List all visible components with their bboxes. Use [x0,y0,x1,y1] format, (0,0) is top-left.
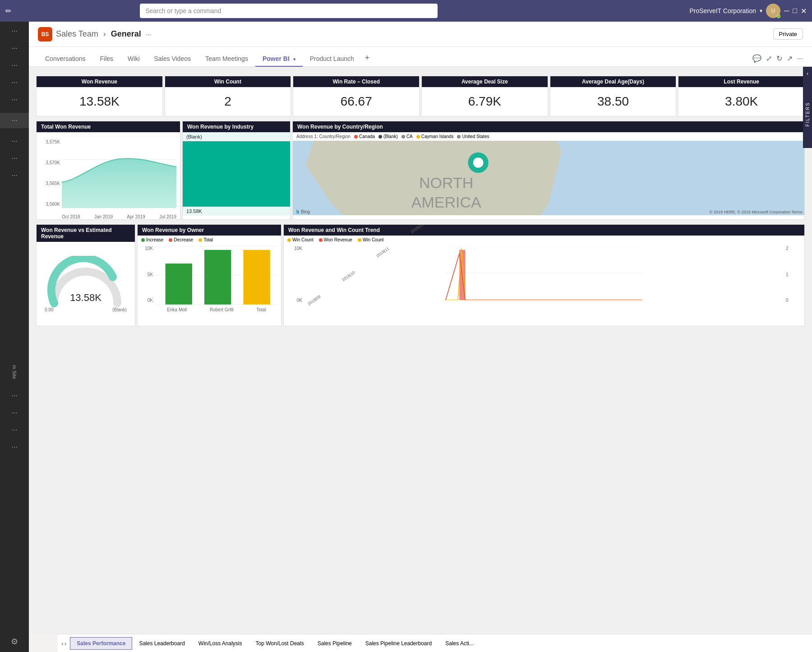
kpi-avg-deal-age-header: Average Deal Age(Days) [550,76,676,87]
kpi-won-revenue-header: Won Revenue [37,76,162,87]
trend-y-right-2: 0 [786,298,789,303]
bottom-tab-bar: ‹ › Sales Performance Sales Leaderboard … [58,634,812,652]
search-bar[interactable]: Search or type a command [140,4,438,18]
trend-legend: Win Count Won Revenue Win Count [284,236,804,244]
kpi-lost-revenue: Lost Revenue 3.80K [678,76,805,116]
private-button[interactable]: Private [773,28,803,40]
svg-text:NORTH: NORTH [419,174,473,191]
sidebar-dots-11[interactable]: ··· [11,409,17,417]
user-avatar[interactable]: U [766,4,780,18]
channel-title: Sales Team › General ··· [56,29,151,39]
sidebar-dots-12[interactable]: ··· [11,426,17,434]
kpi-won-revenue: Won Revenue 13.58K [36,76,163,116]
bottom-tab-pipeline-leaderboard[interactable]: Sales Pipeline Leaderboard [359,637,438,650]
x-label-3: Jul 2019 [159,214,176,219]
edit-icon[interactable]: ✏ [5,7,11,15]
top-bar-right: ProServeIT Corporation ▾ U ─ □ ✕ [689,4,807,18]
won-by-industry-panel: Won Revenue by Industry (Blank) 13.58K [182,121,291,220]
total-won-revenue-title: Total Won Revenue [37,121,180,132]
sidebar-dots-4[interactable]: ··· [11,79,17,87]
sidebar-dots-5[interactable]: ··· [11,96,17,104]
svg-rect-13 [204,250,231,305]
bottom-tab-sales-leaderboard[interactable]: Sales Leaderboard [132,637,191,650]
tab-wiki[interactable]: Wiki [120,51,147,67]
sidebar-dots-1[interactable]: ··· [11,27,17,35]
trend-y-left-0: 10K [294,246,302,251]
kpi-won-revenue-value: 13.58K [37,87,162,116]
tab-product-launch[interactable]: Product Launch [303,51,361,67]
filters-panel[interactable]: FILTERS [803,80,812,148]
channel-header: BS Sales Team › General ··· Private [29,22,812,47]
sidebar-dots-2[interactable]: ··· [11,44,17,52]
legend-label-address: Address 1: Country/Region [296,134,351,139]
kpi-avg-deal-age-value: 38.50 [550,87,676,116]
sidebar-dots-3[interactable]: ··· [11,61,17,69]
svg-text:AMERICA: AMERICA [411,194,481,211]
svg-point-8 [473,157,484,168]
tab-files[interactable]: Files [93,51,121,67]
bottom-tab-sales-performance[interactable]: Sales Performance [70,637,132,650]
close-icon[interactable]: ✕ [801,7,807,15]
team-icon: BS [38,27,52,42]
minimize-icon[interactable]: ─ [784,7,789,15]
map-legend: Address 1: Country/Region Canada (Blank)… [293,132,804,141]
tab-more-icon[interactable]: ··· [797,55,803,63]
top-bar: ✏ Search or type a command ProServeIT Co… [0,0,812,22]
total-won-revenue-body: 3,575K 3,570K 3,565K 3,560K [37,132,180,219]
map-svg: NORTH AMERICA [293,141,804,215]
tab-prev-button[interactable]: ‹ [61,640,64,647]
legend-canada: Canada [354,134,375,139]
sidebar-active-item[interactable]: ··· [0,113,29,128]
trend-y-right-0: 2 [786,246,789,251]
waterfall-svg [156,246,277,305]
sidebar-dots-9[interactable]: ··· [11,171,17,180]
bing-icon: b [296,209,299,214]
sidebar-dots-13[interactable]: ··· [11,443,17,451]
trend-body: 10K 0K 2 1 0 [284,244,804,316]
team-site-label[interactable]: m Site [12,365,17,379]
filters-collapse-button[interactable]: ‹ [803,67,812,80]
waterfall-legend: Increase Decrease Total [138,236,281,244]
legend-total: Total [198,237,213,242]
x-label-2: Apr 2019 [127,214,145,219]
org-chevron: ▾ [760,8,762,14]
tab-team-meetings[interactable]: Team Meetings [198,51,255,67]
legend-won-revenue: Won Revenue [319,237,352,242]
content-area: BS Sales Team › General ··· Private Conv… [29,22,812,652]
y-axis-label-2: 3,565K [46,181,60,186]
refresh-icon[interactable]: ↻ [776,54,782,63]
kpi-win-rate-header: Win Rate – Closed [293,76,419,87]
total-won-revenue-panel: Total Won Revenue 3,575K 3,570K 3,565K 3… [36,121,180,220]
channel-name: General [111,29,141,38]
bottom-tab-sales-acti[interactable]: Sales Acti... [438,637,480,650]
tab-sales-videos[interactable]: Sales Videos [147,51,198,67]
svg-rect-12 [166,264,192,305]
sidebar-dots-8[interactable]: ··· [11,154,17,162]
channel-more-icon[interactable]: ··· [146,31,152,38]
svg-rect-14 [243,250,270,305]
sidebar-dots-7[interactable]: ··· [11,137,17,145]
bottom-tab-win-loss[interactable]: Win/Loss Analysis [192,637,249,650]
kpi-win-rate: Win Rate – Closed 66.67 [293,76,420,116]
gauge-value: 13.58K [70,292,102,304]
gear-icon[interactable]: ⚙ [11,637,18,647]
maximize-icon[interactable]: □ [793,7,797,15]
filters-label: FILTERS [805,102,810,126]
waterfall-title: Won Revenue by Owner [138,225,281,236]
channel-right-actions: Private [773,28,803,40]
kpi-avg-deal-size-header: Average Deal Size [422,76,548,87]
external-link-icon[interactable]: ↗ [787,54,793,63]
expand-icon[interactable]: ⤢ [766,54,772,63]
tab-next-button[interactable]: › [65,640,67,647]
gauge-title: Won Revenue vs Estimated Revenue [37,225,135,242]
kpi-win-count-value: 2 [165,87,291,116]
org-name: ProServeIT Corporation [689,7,756,14]
bottom-tab-sales-pipeline[interactable]: Sales Pipeline [311,637,359,650]
bottom-tab-top-deals[interactable]: Top Won/Lost Deals [249,637,311,650]
chat-icon[interactable]: 💬 [752,54,761,63]
tab-conversations[interactable]: Conversations [38,51,93,67]
charts-row-2: Won Revenue vs Estimated Revenue 13.58K [36,224,805,326]
add-tab-button[interactable]: + [361,50,374,66]
sidebar-dots-10[interactable]: ··· [11,392,17,400]
tab-power-bi[interactable]: Power BI ▾ [255,51,303,67]
